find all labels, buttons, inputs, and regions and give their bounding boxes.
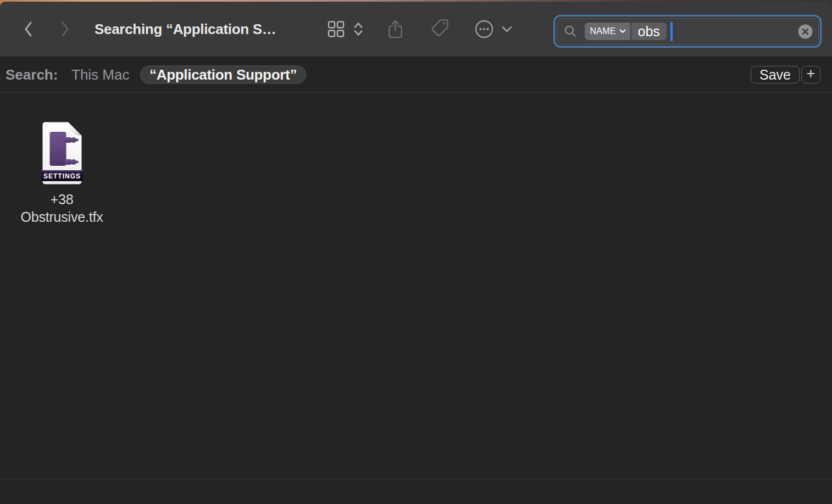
finder-window: Searching “Application S… xyxy=(0,2,832,504)
chevron-right-icon xyxy=(59,20,71,38)
tag-icon xyxy=(429,18,450,41)
file-name-line1: +38 xyxy=(16,191,107,208)
tags-button[interactable] xyxy=(429,18,450,41)
view-options-button[interactable] xyxy=(352,21,364,38)
search-scope-bar: Search: This Mac “Application Support” S… xyxy=(0,57,832,93)
search-field[interactable]: NAME obs xyxy=(553,15,822,48)
settings-file-icon: SETTINGS xyxy=(40,122,84,184)
grid-view-icon xyxy=(328,21,345,38)
chevron-left-icon xyxy=(22,20,34,38)
window-title: Searching “Application S… xyxy=(95,21,276,38)
view-grid-button[interactable] xyxy=(328,21,345,38)
status-bar xyxy=(0,479,832,503)
sort-chevrons-icon xyxy=(352,21,364,38)
search-token-attribute[interactable]: NAME xyxy=(585,23,630,40)
file-name-label: +38 Obstrusive.tfx xyxy=(16,191,107,226)
search-input[interactable]: NAME obs xyxy=(557,18,819,45)
chevron-down-icon xyxy=(619,29,626,33)
scope-application-support[interactable]: “Application Support” xyxy=(140,66,306,84)
search-token-attribute-label: NAME xyxy=(590,26,616,36)
add-criteria-button[interactable]: + xyxy=(801,66,820,83)
close-circle-icon xyxy=(798,24,813,39)
caret-down-icon xyxy=(501,26,513,33)
share-button[interactable] xyxy=(387,19,403,39)
back-button[interactable] xyxy=(22,20,34,38)
search-token-value[interactable]: obs xyxy=(631,23,667,40)
more-actions-button[interactable] xyxy=(474,19,513,39)
ellipsis-circle-icon xyxy=(474,19,494,39)
clear-search-button[interactable] xyxy=(798,24,813,39)
forward-button[interactable] xyxy=(59,20,71,38)
file-name-line2: Obstrusive.tfx xyxy=(16,208,107,226)
file-item[interactable]: SETTINGS +38 Obstrusive.tfx xyxy=(16,122,107,226)
search-scope-label: Search: xyxy=(5,66,58,83)
save-search-button[interactable]: Save xyxy=(751,66,800,83)
toolbar: Searching “Application S… xyxy=(0,2,832,57)
file-badge-label: SETTINGS xyxy=(43,172,80,180)
scope-this-mac[interactable]: This Mac xyxy=(71,66,129,83)
text-cursor xyxy=(670,22,673,41)
file-results-area[interactable]: SETTINGS +38 Obstrusive.tfx xyxy=(0,93,832,479)
search-icon xyxy=(564,25,578,38)
share-icon xyxy=(387,19,403,39)
